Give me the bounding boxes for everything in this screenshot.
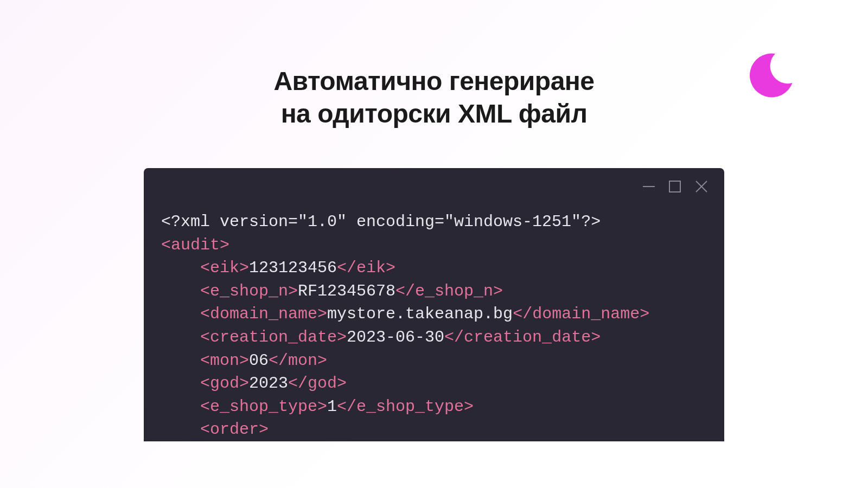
page-title: Автоматично генериране на одиторски XML … — [0, 65, 868, 130]
xml-code: <?xml version="1.0" encoding="windows-12… — [144, 200, 724, 441]
xml-declaration: <?xml version="1.0" encoding="windows-12… — [161, 213, 601, 231]
title-line-2: на одиторски XML файл — [281, 99, 588, 128]
mon-close-tag: </mon> — [269, 351, 327, 370]
eshoptype-value: 1 — [327, 397, 337, 416]
cdate-value: 2023-06-30 — [347, 328, 444, 346]
code-window: <?xml version="1.0" encoding="windows-12… — [144, 168, 724, 441]
god-close-tag: </god> — [288, 374, 347, 393]
eshoptype-close-tag: </e_shop_type> — [337, 397, 474, 416]
eshoptype-open-tag: <e_shop_type> — [200, 397, 327, 416]
domain-open-tag: <domain_name> — [200, 305, 327, 323]
eik-open-tag: <eik> — [200, 259, 249, 277]
mon-open-tag: <mon> — [200, 351, 249, 370]
god-value: 2023 — [249, 374, 288, 393]
eshopn-value: RF12345678 — [298, 282, 395, 300]
eik-value: 123123456 — [249, 259, 337, 277]
maximize-icon[interactable] — [668, 179, 682, 194]
cdate-close-tag: </creation_date> — [444, 328, 601, 346]
mon-value: 06 — [249, 351, 269, 370]
audit-open-tag: <audit> — [161, 236, 229, 254]
svg-rect-1 — [669, 181, 680, 192]
domain-value: mystore.takeanap.bg — [327, 305, 513, 323]
cdate-open-tag: <creation_date> — [200, 328, 347, 346]
order-open-tag: <order> — [200, 420, 269, 439]
close-icon[interactable] — [694, 179, 709, 194]
domain-close-tag: </domain_name> — [513, 305, 649, 323]
moon-icon — [746, 49, 795, 98]
god-open-tag: <god> — [200, 374, 249, 393]
window-controls — [144, 168, 724, 200]
title-line-1: Автоматично генериране — [273, 67, 594, 95]
eshopn-open-tag: <e_shop_n> — [200, 282, 298, 300]
eik-close-tag: </eik> — [337, 259, 395, 277]
minimize-icon[interactable] — [642, 179, 656, 194]
eshopn-close-tag: </e_shop_n> — [395, 282, 503, 300]
